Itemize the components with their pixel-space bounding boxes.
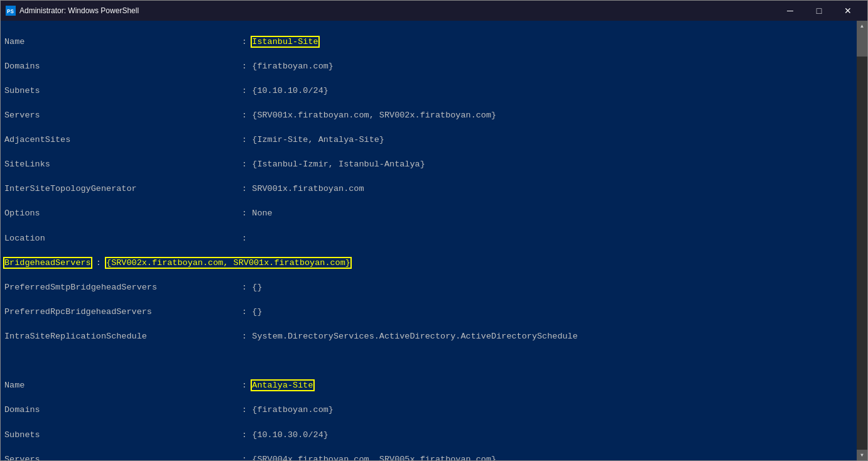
line-servers-1: Servers : {SRV001x.firatboyan.com, SRV00… [4,109,853,122]
line-name-1: Name : Istanbul-Site [4,36,853,48]
window-controls: ─ □ ✕ [776,1,862,21]
powershell-window: PS Administrator: Windows PowerShell ─ □… [0,0,868,461]
line-domains-1: Domains : {firatboyan.com} [4,60,853,73]
line-subnets-1: Subnets : {10.10.10.0/24} [4,85,853,97]
site1-bridgehead-value: {SRV002x.firatboyan.com, SRV001x.firatbo… [106,258,350,268]
content-area: Name : Istanbul-Site Domains : {firatboy… [1,21,867,460]
line-sitelinks-1: SiteLinks : {Istanbul-Izmir, Istanbul-An… [4,158,853,171]
line-location-1: Location : [4,232,853,245]
line-name-2: Name : Antalya-Site [4,379,853,392]
empty-line-1 [4,355,853,367]
line-options-1: Options : None [4,207,853,220]
minimize-button[interactable]: ─ [776,1,805,21]
scroll-down-button[interactable]: ▼ [857,450,867,460]
line-bridgehead-1: BridgeheadServers : {SRV002x.firatboyan.… [4,257,853,269]
site1-name-highlight: Istanbul-Site [252,37,318,46]
svg-text:PS: PS [7,9,14,15]
scroll-thumb[interactable] [857,31,867,57]
site2-name-highlight: Antalya-Site [252,381,313,390]
title-bar: PS Administrator: Windows PowerShell ─ □… [1,1,867,21]
scroll-up-button[interactable]: ▲ [857,21,867,31]
line-prpc-1: PreferredRpcBridgeheadServers : {} [4,306,853,318]
window-title: Administrator: Windows PowerShell [19,6,776,15]
terminal-output[interactable]: Name : Istanbul-Site Domains : {firatboy… [1,21,857,460]
app-icon: PS [6,6,16,16]
close-button[interactable]: ✕ [833,1,862,21]
line-subnets-2: Subnets : {10.10.30.0/24} [4,429,853,442]
site1-bridgehead-label: BridgeheadServers [4,258,91,268]
line-domains-2: Domains : {firatboyan.com} [4,404,853,416]
maximize-button[interactable]: □ [805,1,833,21]
line-istg-1: InterSiteTopologyGenerator : SRV001x.fir… [4,183,853,195]
line-intra-1: IntraSiteReplicationSchedule : System.Di… [4,330,853,343]
scroll-track[interactable] [857,31,867,450]
line-servers-2: Servers : {SRV004x.firatboyan.com, SRV00… [4,453,853,460]
scrollbar[interactable]: ▲ ▼ [857,21,867,460]
line-psmtp-1: PreferredSmtpBridgeheadServers : {} [4,281,853,294]
line-adjacent-1: AdjacentSites : {Izmir-Site, Antalya-Sit… [4,134,853,146]
